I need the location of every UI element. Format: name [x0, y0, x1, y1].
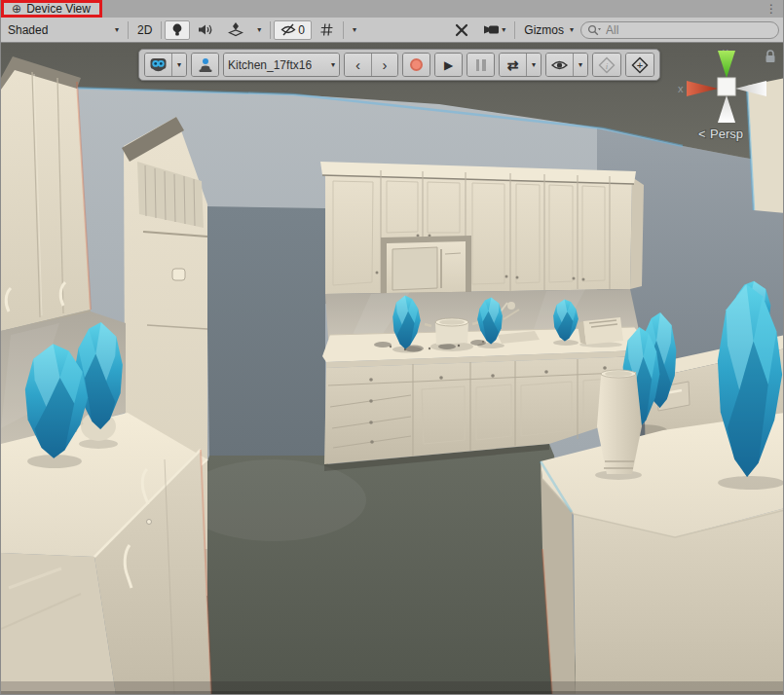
pause-icon: [482, 59, 486, 71]
grid-icon: [319, 22, 334, 37]
lightbulb-icon: [171, 22, 183, 38]
svg-text:i: i: [606, 60, 609, 70]
next-button[interactable]: ›: [371, 54, 397, 76]
axis-x-handle[interactable]: [687, 81, 718, 96]
fridge-handle: [172, 269, 185, 280]
chevron-down-icon: ▾: [115, 26, 119, 34]
separator: [161, 21, 162, 39]
toggle-2d-button[interactable]: 2D: [131, 20, 158, 40]
tab-device-view[interactable]: ⊕ Device View: [3, 0, 99, 18]
chevron-down-icon: ▾: [570, 26, 574, 34]
chevron-down-icon: ▾: [353, 26, 356, 34]
effects-toggle-button[interactable]: [222, 20, 249, 40]
vignette: [1, 691, 784, 695]
loop-dropdown[interactable]: ▾: [526, 54, 541, 76]
loop-icon: ⇄: [507, 58, 519, 72]
pause-button[interactable]: [467, 54, 494, 76]
info-waypoint-button[interactable]: i: [593, 54, 620, 76]
view-playback-toolbar: ▾ Kitchen_17ftx16 ▾: [138, 49, 660, 81]
record-group: [402, 53, 430, 77]
chevron-down-icon: ▾: [532, 60, 536, 69]
projection-toggle[interactable]: < Persp: [698, 127, 743, 141]
axis-right-handle[interactable]: [735, 81, 766, 96]
scene-select-group: Kitchen_17ftx16 ▾: [223, 53, 340, 77]
agent-button[interactable]: [192, 54, 218, 76]
draw-mode-dropdown[interactable]: Shaded ▾: [1, 18, 126, 42]
robot-view-dropdown[interactable]: ▾: [171, 54, 186, 76]
pane-menu-icon[interactable]: ⋮: [765, 1, 777, 17]
doorway[interactable]: [205, 206, 325, 456]
loop-group: ⇄ ▾: [499, 53, 541, 77]
chevron-right-icon: ›: [383, 57, 388, 72]
separator: [128, 21, 129, 39]
scene-dropdown[interactable]: Kitchen_17ftx16 ▾: [224, 54, 339, 76]
gizmos-dropdown[interactable]: Gizmos ▾: [518, 20, 579, 40]
robot-group: ▾: [144, 53, 187, 77]
previous-button[interactable]: ‹: [345, 54, 371, 76]
hidden-count: 0: [298, 23, 305, 37]
diamond-add-icon: +: [630, 55, 650, 75]
crossed-tools-icon: [454, 22, 469, 38]
record-icon: [410, 58, 423, 71]
pause-icon: [476, 59, 480, 71]
scene-toolbar: Shaded ▾ 2D ▾: [1, 18, 784, 43]
upper-cabinets[interactable]: [320, 162, 644, 304]
effects-dropdown[interactable]: ▾: [251, 20, 267, 40]
crystal-shadow: [718, 476, 784, 490]
nav-group: ‹ ›: [344, 53, 398, 77]
scene-search-field[interactable]: [580, 21, 779, 39]
play-icon: ▶: [444, 59, 453, 71]
toaster[interactable]: [578, 317, 623, 348]
projection-label: Persp: [710, 127, 743, 141]
pause-group: [467, 53, 495, 77]
grid-toggle-button[interactable]: [314, 20, 340, 40]
search-input[interactable]: [604, 22, 772, 38]
robot-goggles-icon: [149, 56, 168, 73]
add-waypoint-button[interactable]: +: [626, 54, 653, 76]
chevron-down-icon: ▾: [579, 60, 582, 69]
tools-button[interactable]: [448, 20, 475, 40]
eye-icon: [551, 59, 568, 71]
loop-button[interactable]: ⇄: [500, 54, 526, 76]
chevron-down-icon: ▾: [177, 60, 181, 69]
axis-y-handle[interactable]: [718, 51, 735, 78]
camera-button[interactable]: ▾: [477, 20, 511, 40]
globe-icon: ⊕: [12, 3, 21, 15]
play-group: ▶: [434, 53, 463, 77]
toggle-2d-label: 2D: [137, 23, 152, 37]
scene-effects-icon: [228, 22, 243, 37]
microwave: [387, 241, 466, 294]
diamond-info-icon: i: [597, 55, 616, 75]
left-upper-cabinets[interactable]: [1, 56, 91, 339]
audio-toggle-button[interactable]: [192, 20, 220, 40]
agent-icon: [197, 57, 214, 73]
chevron-left-icon: ‹: [355, 57, 360, 72]
svg-text:+: +: [637, 58, 643, 70]
camera-icon: [483, 23, 500, 36]
record-button[interactable]: [403, 54, 429, 76]
agent-group: [191, 53, 219, 77]
hidden-objects-button[interactable]: 0: [274, 20, 312, 40]
scene-viewport[interactable]: ▾ Kitchen_17ftx16 ▾: [1, 43, 784, 695]
chevron-down-icon: ▾: [502, 26, 505, 34]
robot-view-button[interactable]: [145, 54, 171, 76]
visibility-button[interactable]: [546, 54, 573, 76]
draw-mode-label: Shaded: [8, 23, 111, 37]
rendered-scene: [1, 43, 784, 695]
separator: [514, 21, 515, 39]
speaker-icon: [198, 23, 214, 36]
tab-bar: ⊕ Device View ⋮: [1, 0, 784, 18]
grid-dropdown[interactable]: ▾: [347, 20, 362, 40]
lock-icon[interactable]: [766, 51, 775, 62]
axis-down-handle[interactable]: [718, 95, 735, 123]
play-button[interactable]: ▶: [435, 54, 462, 76]
unity-editor-window: ⊕ Device View ⋮ Shaded ▾ 2D: [0, 0, 784, 695]
visibility-dropdown[interactable]: ▾: [573, 54, 587, 76]
eye-slash-icon: [280, 23, 296, 36]
info-group: i: [592, 53, 621, 77]
orientation-gizmo[interactable]: y x < Persp: [671, 45, 783, 150]
gizmo-center-cube[interactable]: [718, 78, 735, 95]
crystal-shadow: [553, 340, 579, 346]
lighting-toggle-button[interactable]: [165, 20, 190, 40]
projection-prefix-icon: <: [698, 127, 706, 141]
